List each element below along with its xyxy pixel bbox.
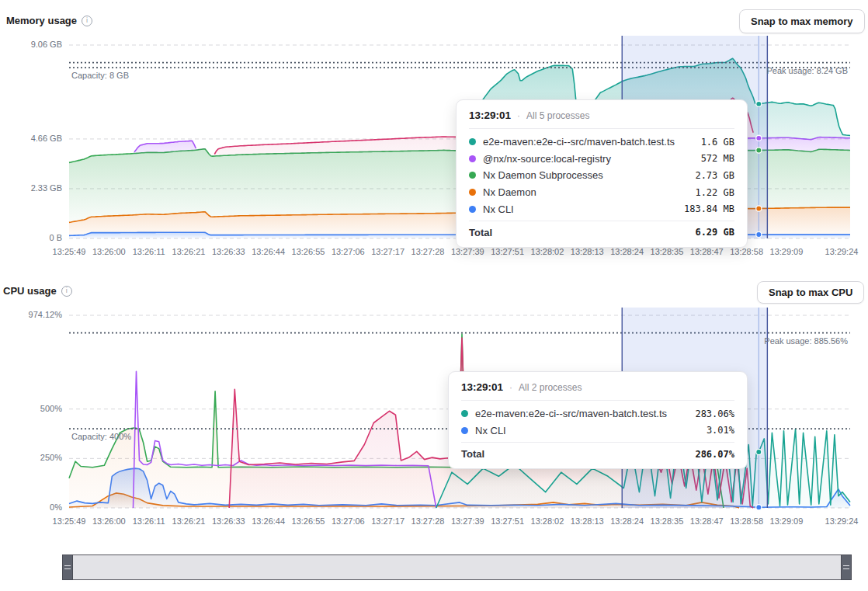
process-name: @nx/nx-source:local-registry [483,153,694,165]
x-axis-time-label: 13:26:44 [252,516,285,526]
series-color-dot [461,410,468,417]
tooltip-header: 13:29:01 · All 2 processes [461,380,734,401]
x-axis-time-label: 13:29:09 [770,247,804,256]
tooltip-header: 13:29:01 · All 5 processes [469,108,734,129]
x-axis-time-label: 13:26:33 [212,516,245,526]
tooltip-total-row: Total 6.29 GB [469,221,734,241]
x-axis-time-label: 13:26:55 [292,247,325,256]
tooltip-total-row: Total 286.07% [461,442,734,462]
tooltip-process-row: Nx CLI183.84 MB [469,200,734,217]
tooltip-total-label: Total [469,227,695,238]
peak-usage-line-label: Peak usage: 8.24 GB [766,66,848,75]
tooltip-subtitle: All 5 processes [526,110,589,121]
series-color-dot [469,189,476,196]
tooltip-total-value: 6.29 GB [695,227,734,238]
x-axis-time-label: 13:25:49 [53,247,86,256]
x-axis-time-label: 13:26:21 [172,247,206,256]
x-axis-time-label: 13:28:58 [730,516,763,526]
x-axis-time-label: 13:27:17 [371,516,404,526]
series-color-dot [469,172,476,179]
process-name: e2e-maven:e2e-ci--src/maven-batch.test.t… [483,136,694,148]
process-value: 1.6 GB [701,137,734,148]
tooltip-process-row: Nx Daemon1.22 GB [469,184,734,201]
tooltip-separator: · [509,382,512,393]
y-axis-tick-label: 500% [0,404,62,413]
process-name: Nx CLI [475,425,700,436]
x-axis-time-label: 13:28:47 [690,247,724,256]
x-axis-time-label: 13:27:51 [491,516,524,526]
x-axis-time-label: 13:26:00 [92,516,126,526]
memory-usage-title-text: Memory usage [6,15,77,26]
snap-to-max-memory-button[interactable]: Snap to max memory [739,9,865,33]
process-value: 3.01% [707,425,734,436]
process-name: e2e-maven:e2e-ci--src/maven-batch.test.t… [475,408,688,419]
nx-profiler-page: Memory usage i Snap to max memory CPU us… [0,0,868,591]
x-axis-time-label: 13:28:24 [610,247,644,256]
scrollbar-right-handle[interactable] [841,554,852,580]
x-axis-time-label: 13:26:21 [172,516,206,526]
capacity-line-label: Capacity: 8 GB [71,71,129,80]
tooltip-separator: · [517,110,520,121]
x-axis-time-label: 13:29:24 [825,247,859,256]
x-axis-time-label: 13:25:49 [53,516,86,526]
tooltip-process-row: e2e-maven:e2e-ci--src/maven-batch.test.t… [469,134,734,151]
drag-grip-icon [64,565,71,569]
x-axis-time-label: 13:28:35 [651,516,684,526]
x-axis-time-label: 13:27:39 [451,247,484,256]
info-icon[interactable]: i [82,16,92,26]
series-color-dot [469,206,476,213]
y-axis-tick-label: 974.12% [0,310,62,319]
process-name: Nx CLI [483,203,677,215]
process-name: Nx Daemon [483,186,688,198]
x-axis-time-label: 13:27:17 [371,247,404,256]
cpu-tooltip: 13:29:01 · All 2 processes e2e-maven:e2e… [448,371,748,469]
x-axis-time-label: 13:26:00 [92,247,126,256]
x-axis-time-label: 13:28:13 [571,516,604,526]
y-axis-tick-label: 0 B [0,233,62,242]
tooltip-process-row: e2e-maven:e2e-ci--src/maven-batch.test.t… [461,405,734,422]
tooltip-process-row: @nx/nx-source:local-registry572 MB [469,151,734,168]
tooltip-rows: e2e-maven:e2e-ci--src/maven-batch.test.t… [469,129,734,221]
x-axis-time-label: 13:28:02 [531,247,564,256]
x-axis-time-label: 13:29:24 [825,516,859,526]
series-color-dot [469,155,476,162]
process-value: 2.73 GB [695,170,734,181]
x-axis-time-label: 13:27:51 [491,247,524,256]
y-axis-tick-label: 250% [0,453,62,462]
x-axis-time-label: 13:26:55 [292,516,325,526]
x-axis-time-label: 13:28:58 [730,247,763,256]
drag-grip-icon [843,565,849,569]
process-name: Nx Daemon Subprocesses [483,169,688,181]
process-value: 572 MB [701,153,734,164]
x-axis-time-label: 13:26:11 [133,247,165,256]
tooltip-total-label: Total [461,448,695,460]
tooltip-time: 13:29:01 [461,381,503,393]
tooltip-time: 13:29:01 [469,110,511,121]
x-axis-time-label: 13:28:47 [690,516,724,526]
scrollbar-left-handle[interactable] [62,554,73,580]
process-value: 183.84 MB [684,203,734,214]
x-axis-time-label: 13:26:33 [212,247,245,256]
x-axis-time-label: 13:26:11 [133,516,165,526]
info-icon[interactable]: i [61,286,72,297]
x-axis-time-label: 13:29:09 [770,516,804,526]
timeline-scrollbar[interactable] [62,554,852,580]
y-axis-tick-label: 0% [0,502,62,512]
x-axis-time-label: 13:26:44 [252,247,285,256]
x-axis-time-label: 13:27:39 [451,516,484,526]
tooltip-subtitle: All 2 processes [519,382,582,393]
peak-usage-line-label: Peak usage: 885.56% [764,336,848,346]
cpu-usage-title-text: CPU usage [3,285,57,297]
snap-to-max-cpu-button[interactable]: Snap to max CPU [757,281,864,304]
charts-canvas[interactable] [0,0,868,591]
capacity-line-label: Capacity: 400% [71,432,131,441]
x-axis-time-label: 13:27:06 [332,516,365,526]
tooltip-process-row: Nx CLI3.01% [461,422,734,440]
process-value: 1.22 GB [695,187,734,198]
memory-tooltip: 13:29:01 · All 5 processes e2e-maven:e2e… [456,99,748,248]
y-axis-tick-label: 9.06 GB [0,40,62,49]
y-axis-tick-label: 4.66 GB [0,134,62,143]
x-axis-time-label: 13:27:28 [411,247,445,256]
y-axis-tick-label: 2.33 GB [0,183,62,193]
x-axis-time-label: 13:28:13 [571,247,604,256]
